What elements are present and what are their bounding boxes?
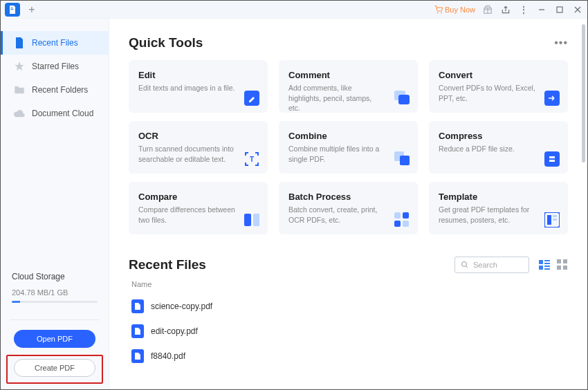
search-icon <box>461 261 469 269</box>
card-comment[interactable]: Comment Add comments, like highlights, p… <box>279 60 418 113</box>
file-icon <box>14 37 25 48</box>
cloud-storage-title: Cloud Storage <box>12 272 98 281</box>
compare-icon <box>244 212 259 228</box>
minimize-button[interactable] <box>536 4 547 15</box>
titlebar: + Buy Now ⋮ <box>1 1 587 19</box>
card-title: Comment <box>288 70 408 80</box>
card-combine[interactable]: Combine Combine multiple files into a si… <box>279 121 418 174</box>
cart-icon <box>434 6 443 14</box>
open-pdf-button[interactable]: Open PDF <box>14 330 95 348</box>
card-title: Template <box>439 192 558 202</box>
cloud-storage-usage: 204.78 MB/1 GB <box>12 288 98 297</box>
card-edit[interactable]: Edit Edit texts and images in a file. <box>129 60 268 113</box>
svg-rect-16 <box>544 151 560 167</box>
svg-point-3 <box>441 12 441 13</box>
card-template[interactable]: Template Get great PDF templates for res… <box>429 182 568 234</box>
card-desc: Add comments, like highlights, pencil, s… <box>288 83 385 113</box>
svg-rect-32 <box>539 266 543 270</box>
card-desc: Combine multiple files into a single PDF… <box>288 144 385 164</box>
pdf-file-icon <box>131 324 144 338</box>
search-input[interactable]: Search <box>454 257 529 273</box>
file-name: science-copy.pdf <box>151 301 212 311</box>
svg-rect-23 <box>544 212 560 228</box>
pdf-file-icon <box>131 349 144 363</box>
card-desc: Edit texts and images in a file. <box>138 83 235 93</box>
sidebar-item-recent-files[interactable]: Recent Files <box>1 31 109 55</box>
svg-rect-31 <box>544 263 550 264</box>
card-convert[interactable]: Convert Convert PDFs to Word, Excel, PPT… <box>429 60 568 113</box>
svg-rect-36 <box>563 259 567 263</box>
card-title: Convert <box>439 70 558 80</box>
quick-tools-title: Quick Tools <box>129 35 203 50</box>
pdf-file-icon <box>131 299 144 313</box>
app-tab[interactable] <box>5 3 20 17</box>
svg-rect-19 <box>394 212 401 219</box>
list-view-icon[interactable] <box>539 259 550 270</box>
svg-rect-37 <box>557 266 561 270</box>
card-compress[interactable]: Compress Reduce a PDF file size. <box>429 121 568 174</box>
svg-rect-21 <box>394 221 401 227</box>
file-row[interactable]: edit-copy.pdf <box>129 319 568 344</box>
sidebar-item-label: Document Cloud <box>32 109 93 118</box>
quick-tools-more[interactable]: ••• <box>554 37 568 49</box>
sidebar-item-label: Starred Files <box>32 62 79 71</box>
svg-rect-35 <box>557 259 561 263</box>
buy-now-link[interactable]: Buy Now <box>434 6 475 14</box>
card-batch-process[interactable]: Batch Process Batch convert, create, pri… <box>279 182 418 234</box>
card-title: Combine <box>288 131 408 141</box>
star-icon <box>14 61 25 72</box>
svg-point-2 <box>437 12 438 13</box>
grid-view-icon[interactable] <box>557 259 568 270</box>
cloud-storage-bar <box>12 301 98 303</box>
svg-rect-20 <box>403 212 409 219</box>
column-header-name: Name <box>129 280 568 288</box>
sidebar-item-document-cloud[interactable]: Document Cloud <box>1 102 109 125</box>
file-row[interactable]: f8840.pdf <box>129 344 568 369</box>
svg-rect-11 <box>398 95 410 104</box>
sidebar-item-recent-folders[interactable]: Recent Folders <box>1 78 109 102</box>
file-name: f8840.pdf <box>151 351 185 361</box>
card-compare[interactable]: Compare Compare differences between two … <box>129 182 268 234</box>
cloud-storage-section: Cloud Storage 204.78 MB/1 GB <box>1 268 109 319</box>
card-desc: Get great PDF templates for resumes, pos… <box>439 205 535 225</box>
template-icon <box>544 212 560 228</box>
maximize-button[interactable] <box>554 4 565 15</box>
svg-rect-18 <box>253 214 259 226</box>
svg-rect-34 <box>544 268 550 270</box>
file-row[interactable]: science-copy.pdf <box>129 294 568 319</box>
sidebar-item-starred-files[interactable]: Starred Files <box>1 55 109 78</box>
svg-rect-1 <box>11 9 14 10</box>
combine-icon <box>394 151 410 167</box>
scrollbar-thumb[interactable] <box>582 24 585 162</box>
create-pdf-button[interactable]: Create PDF <box>14 359 95 377</box>
card-desc: Compare differences between two files. <box>138 205 235 225</box>
more-menu[interactable]: ⋮ <box>518 4 529 15</box>
edit-icon <box>244 91 259 106</box>
svg-rect-15 <box>400 156 410 165</box>
svg-line-28 <box>466 266 468 268</box>
card-desc: Convert PDFs to Word, Excel, PPT, etc. <box>439 83 535 103</box>
batch-icon <box>394 212 410 228</box>
card-title: Edit <box>138 70 258 80</box>
gift-icon[interactable] <box>482 4 493 15</box>
card-title: OCR <box>138 131 258 141</box>
card-desc: Batch convert, create, print, OCR PDFs, … <box>288 205 385 225</box>
recent-files-title: Recent Files <box>129 257 206 272</box>
svg-rect-29 <box>539 260 543 264</box>
search-placeholder: Search <box>473 261 497 269</box>
close-button[interactable] <box>572 4 583 15</box>
svg-rect-17 <box>244 214 251 226</box>
svg-rect-38 <box>563 266 567 270</box>
card-desc: Reduce a PDF file size. <box>439 144 535 154</box>
card-desc: Turn scanned documents into searchable o… <box>138 144 235 164</box>
card-ocr[interactable]: OCR Turn scanned documents into searchab… <box>129 121 268 174</box>
svg-point-27 <box>462 262 467 267</box>
share-icon[interactable] <box>500 4 511 15</box>
svg-rect-6 <box>557 7 562 12</box>
svg-rect-30 <box>544 260 550 261</box>
new-tab-button[interactable]: + <box>26 3 38 16</box>
sidebar-item-label: Recent Files <box>32 38 78 48</box>
create-pdf-highlight: Create PDF <box>6 355 103 384</box>
svg-rect-33 <box>544 266 550 267</box>
cloud-icon <box>14 108 25 119</box>
